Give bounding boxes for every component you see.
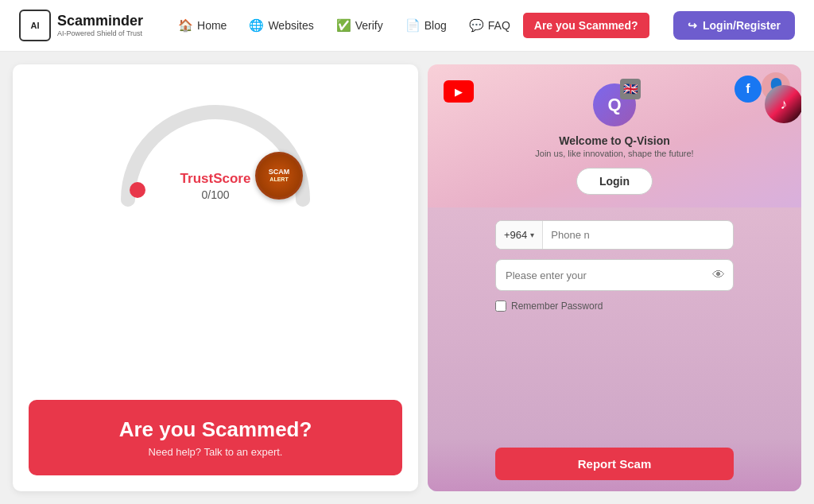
nav-home-label: Home <box>197 19 227 32</box>
phone-row: +964 ▾ <box>495 220 734 250</box>
gauge-container: TrustScore 0/100 SCAM ALERT <box>112 96 319 207</box>
scam-badge-sub: ALERT <box>269 176 288 183</box>
password-input[interactable] <box>496 260 704 290</box>
youtube-icon[interactable]: ▶ <box>444 80 474 103</box>
login-icon: ↪ <box>688 19 697 32</box>
phone-input[interactable] <box>543 221 733 249</box>
login-form-area: +964 ▾ 👁 Remember Password <box>428 207 801 438</box>
logo-sub: AI-Powered Shield of Trust <box>57 29 143 38</box>
logo-text: Scamminder AI-Powered Shield of Trust <box>57 14 143 38</box>
websites-icon: 🌐 <box>249 18 264 33</box>
verify-icon: ✅ <box>336 18 351 33</box>
password-eye-icon[interactable]: 👁 <box>704 260 733 290</box>
logo-shield-text: AI <box>31 21 40 30</box>
report-scam-area: Report Scam <box>428 438 801 491</box>
scammed-banner-title: Are you Scammed? <box>45 417 386 442</box>
uk-flag-icon: 🇬🇧 <box>620 79 641 99</box>
gauge-area: TrustScore 0/100 SCAM ALERT <box>29 80 402 392</box>
password-row: 👁 <box>495 259 734 291</box>
login-label: Login/Register <box>703 19 781 32</box>
qvision-login-button[interactable]: Login <box>576 168 653 195</box>
scam-alert-badge: SCAM ALERT <box>255 152 303 200</box>
nav-blog[interactable]: 📄 Blog <box>396 12 456 39</box>
login-register-button[interactable]: ↪ Login/Register <box>673 11 795 40</box>
scam-badge-text: SCAM <box>269 168 290 176</box>
trust-score-value: 0/100 <box>180 188 251 201</box>
qvision-logo: Q 🇬🇧 <box>593 83 636 126</box>
left-panel: TrustScore 0/100 SCAM ALERT Are you Scam… <box>13 64 418 491</box>
navbar: AI Scamminder AI-Powered Shield of Trust… <box>0 0 814 52</box>
nav-websites[interactable]: 🌐 Websites <box>239 12 323 39</box>
right-panel: ▶ f 👤 Q 🇬🇧 Welcome to Q-Vision Join us, … <box>428 64 801 491</box>
scammed-banner[interactable]: Are you Scammed? Need help? Talk to an e… <box>29 400 402 475</box>
faq-icon: 💬 <box>469 18 484 33</box>
logo-shield-icon: AI <box>19 10 51 41</box>
remember-label: Remember Password <box>511 300 603 312</box>
nav-verify-label: Verify <box>355 19 383 32</box>
remember-checkbox[interactable] <box>495 300 506 312</box>
tiktok-icon[interactable]: ♪ <box>765 85 801 123</box>
qvision-sub: Join us, like innovation, shape the futu… <box>535 149 693 158</box>
scammed-banner-sub: Need help? Talk to an expert. <box>45 446 386 458</box>
nav-faq[interactable]: 💬 FAQ <box>459 12 520 39</box>
qvision-title: Welcome to Q-Vision <box>559 134 670 147</box>
phone-code-value: +964 <box>504 229 527 241</box>
nav-blog-label: Blog <box>424 19 447 32</box>
trust-score-label: TrustScore <box>180 171 251 187</box>
qvision-top: ▶ f 👤 Q 🇬🇧 Welcome to Q-Vision Join us, … <box>428 64 801 207</box>
blog-icon: 📄 <box>405 18 421 33</box>
logo-area[interactable]: AI Scamminder AI-Powered Shield of Trust <box>19 10 143 41</box>
facebook-icon[interactable]: f <box>735 76 762 103</box>
nav-scammed-label: Are you Scammed? <box>534 19 638 32</box>
nav-faq-label: FAQ <box>488 19 510 32</box>
nav-scammed[interactable]: Are you Scammed? <box>523 13 649 38</box>
nav-websites-label: Websites <box>268 19 313 32</box>
main-area: TrustScore 0/100 SCAM ALERT Are you Scam… <box>0 52 814 504</box>
remember-row: Remember Password <box>495 300 734 312</box>
nav-verify[interactable]: ✅ Verify <box>327 12 393 39</box>
svg-point-0 <box>130 182 145 198</box>
logo-name: Scamminder <box>57 14 143 29</box>
home-icon: 🏠 <box>178 18 193 33</box>
report-scam-button[interactable]: Report Scam <box>495 448 734 480</box>
nav-home[interactable]: 🏠 Home <box>169 12 236 39</box>
phone-code-selector[interactable]: +964 ▾ <box>496 221 543 249</box>
gauge-labels: TrustScore 0/100 <box>180 171 251 201</box>
chevron-down-icon: ▾ <box>530 231 534 239</box>
nav-links: 🏠 Home 🌐 Websites ✅ Verify 📄 Blog 💬 FAQ … <box>169 12 673 39</box>
